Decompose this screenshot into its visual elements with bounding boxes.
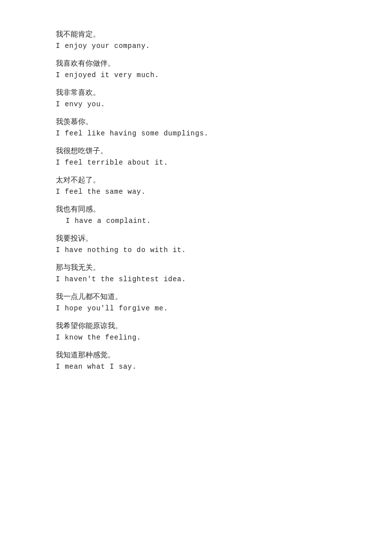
list-item: 我不能肯定。I enjoy your company. (56, 30, 336, 50)
list-item: 我一点儿都不知道。I hope you'll forgive me. (56, 292, 336, 312)
content-area: 我不能肯定。I enjoy your company.我喜欢有你做伴。I enj… (56, 30, 336, 371)
chinese-text: 我很想吃饼子。 (56, 146, 336, 156)
list-item: 我要投诉。I have nothing to do with it. (56, 234, 336, 254)
english-text: I hope you'll forgive me. (56, 304, 336, 312)
list-item: 太对不起了。I feel the same way. (56, 175, 336, 196)
english-text: I enjoyed it very much. (56, 71, 336, 79)
chinese-text: 我不能肯定。 (56, 30, 336, 39)
english-text: I have a complaint. (56, 217, 336, 225)
chinese-text: 那与我无关。 (56, 263, 336, 272)
chinese-text: 太对不起了。 (56, 175, 336, 185)
list-item: 我羡慕你。I feel like having some dumplings. (56, 117, 336, 137)
list-item: 那与我无关。I haven't the slightest idea. (56, 263, 336, 283)
english-text: I enjoy your company. (56, 42, 336, 50)
chinese-text: 我非常喜欢。 (56, 88, 336, 97)
english-text: I feel the same way. (56, 188, 336, 196)
list-item: 我非常喜欢。I envy you. (56, 88, 336, 108)
chinese-text: 我要投诉。 (56, 234, 336, 243)
list-item: 我知道那种感觉。I mean what I say. (56, 350, 336, 371)
list-item: 我希望你能原谅我。I know the feeling. (56, 321, 336, 342)
chinese-text: 我喜欢有你做伴。 (56, 59, 336, 68)
list-item: 我也有同感。I have a complaint. (56, 205, 336, 225)
chinese-text: 我羡慕你。 (56, 117, 336, 127)
english-text: I feel terrible about it. (56, 159, 336, 167)
chinese-text: 我希望你能原谅我。 (56, 321, 336, 331)
chinese-text: 我知道那种感觉。 (56, 350, 336, 360)
chinese-text: 我一点儿都不知道。 (56, 292, 336, 301)
english-text: I have nothing to do with it. (56, 246, 336, 254)
english-text: I know the feeling. (56, 334, 336, 342)
chinese-text: 我也有同感。 (56, 205, 336, 214)
list-item: 我很想吃饼子。I feel terrible about it. (56, 146, 336, 167)
english-text: I haven't the slightest idea. (56, 275, 336, 283)
english-text: I envy you. (56, 100, 336, 108)
english-text: I feel like having some dumplings. (56, 129, 336, 137)
list-item: 我喜欢有你做伴。I enjoyed it very much. (56, 59, 336, 79)
english-text: I mean what I say. (56, 363, 336, 371)
